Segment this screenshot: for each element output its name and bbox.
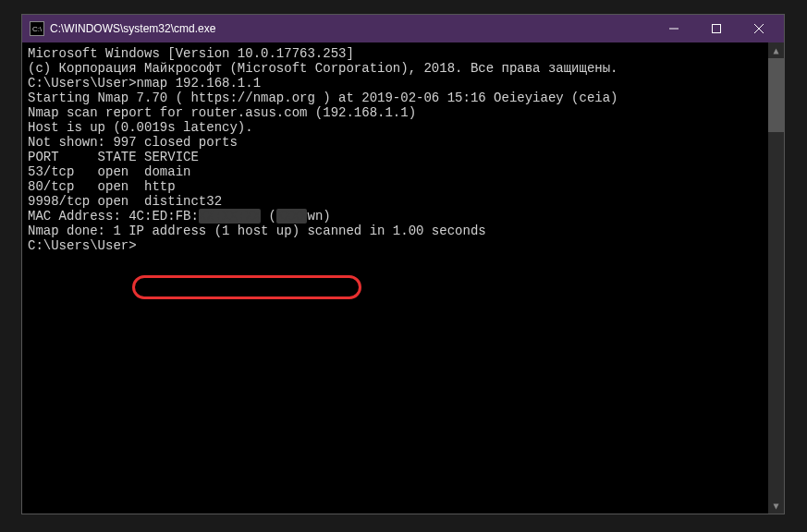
vertical-scrollbar[interactable]: ▲ ▼ <box>768 42 784 514</box>
svg-rect-1 <box>713 25 721 33</box>
output-line: 80/tcp open http <box>28 179 763 194</box>
output-line: Host is up (0.0019s latency). <box>28 120 763 135</box>
close-button[interactable] <box>738 15 780 42</box>
output-line: 53/tcp open domain <box>28 164 763 179</box>
maximize-icon <box>712 24 721 33</box>
cmd-window: C:\ C:\WINDOWS\system32\cmd.exe Microsof… <box>21 14 785 514</box>
output-line: Starting Nmap 7.70 ( https://nmap.org ) … <box>28 91 763 105</box>
window-controls <box>653 15 780 42</box>
mac-address-line: MAC Address: 4C:ED:FB:XX:XX:XX (XXXXwn) <box>28 209 763 224</box>
terminal-body: Microsoft Windows [Version 10.0.17763.25… <box>22 42 784 514</box>
minimize-icon <box>669 24 679 33</box>
output-line: Not shown: 997 closed ports <box>28 135 763 150</box>
prompt-line: C:\Users\User> <box>28 238 763 253</box>
scrollbar-thumb[interactable] <box>768 58 784 132</box>
mac-prefix: 4C:ED:FB: <box>128 209 199 224</box>
window-title: C:\WINDOWS\system32\cmd.exe <box>50 22 653 35</box>
terminal-output[interactable]: Microsoft Windows [Version 10.0.17763.25… <box>22 42 768 514</box>
output-line: (c) Корпорация Майкрософт (Microsoft Cor… <box>28 61 763 76</box>
output-line: Nmap scan report for router.asus.com (19… <box>28 105 763 120</box>
vendor-redacted: XXXX <box>276 209 308 224</box>
maximize-button[interactable] <box>695 15 738 42</box>
scroll-up-arrow[interactable]: ▲ <box>768 42 784 58</box>
output-line: Microsoft Windows [Version 10.0.17763.25… <box>28 46 763 61</box>
scroll-down-arrow[interactable]: ▼ <box>768 498 784 514</box>
output-line: Nmap done: 1 IP address (1 host up) scan… <box>28 224 763 238</box>
output-line: 9998/tcp open distinct32 <box>28 194 763 209</box>
titlebar[interactable]: C:\ C:\WINDOWS\system32\cmd.exe <box>22 15 784 42</box>
minimize-button[interactable] <box>653 15 695 42</box>
vendor-suffix: wn <box>307 209 323 224</box>
mac-redacted: XX:XX:XX <box>199 209 261 224</box>
cmd-icon: C:\ <box>30 21 44 36</box>
close-icon <box>754 24 764 33</box>
output-line: PORT STATE SERVICE <box>28 150 763 164</box>
output-line: C:\Users\User>nmap 192.168.1.1 <box>28 76 763 91</box>
